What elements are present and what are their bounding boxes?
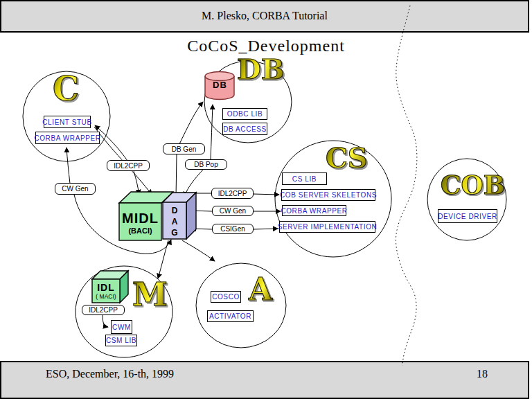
dag-letter-g: G [171,227,177,238]
tool-idl2cpp-right: IDL2CPP [211,188,254,199]
box-client-stub: CLIENT STUB [44,116,91,128]
dag-letter-d: D [172,205,178,216]
cluster-letter-a: A [249,274,272,305]
arrow-dag-to-activator-circle [182,240,215,261]
midl-title: MIDL [122,211,159,227]
arrow-dag-to-maci-circle [158,240,168,278]
cluster-letter-db: DB [237,55,285,83]
box-server-implementation: SERVER IMPLEMENTATION [279,221,375,233]
box-cwm: CWM [111,320,132,334]
midl-box-label: MIDL (BACI) [119,206,161,239]
wavy-divider-line [396,6,417,366]
box-cob-server-skeletons: COB SERVER SKELETONS [281,189,375,201]
box-corba-wrapper-client: CORBA WRAPPER [35,132,100,144]
arrow-idl2cpp-to-cwm [103,315,108,327]
tool-cw-gen-right: CW Gen [212,206,254,216]
db-cylinder-label: DB [207,79,233,90]
arrow-dbgen-to-dag [176,154,177,197]
tool-csi-gen: CSIGen [212,224,254,234]
cluster-letter-cs: CS [326,144,368,172]
circle-activator [196,263,286,348]
arrow-cwgen-to-corba-wrapper [66,148,70,184]
cluster-letter-m: M [132,278,168,310]
arrow-dbpop-to-db [211,105,213,160]
box-cs-lib: CS LIB [282,172,327,185]
tool-cw-gen-left: CW Gen [55,183,96,195]
arrow-idl2cpp-to-midl [134,171,139,195]
box-device-driver: DEVICE DRIVER [438,209,497,223]
arrow-idl2cpp-to-client-stub [95,125,127,161]
box-csm-lib: CSM LIB [105,335,137,346]
cluster-letter-c: C [53,72,79,105]
arrow-dbgen-to-db [179,102,203,144]
dag-letter-a: A [172,216,178,227]
box-db-access: DB ACCESS [222,123,267,135]
box-activator: ACTIVATOR [207,310,254,322]
cluster-letter-cob: COB [441,172,505,198]
tool-db-pop: DB Pop [185,159,227,170]
tool-db-gen: DB Gen [163,143,205,154]
midl-subtitle: (BACI) [128,227,152,235]
box-cosco: COSCO [211,291,241,303]
db-cylinder-text: DB [213,80,227,90]
idl-title: IDL [97,282,115,293]
tool-idl2cpp-maci: IDL2CPP [82,305,125,315]
idl-maci-box-label: IDL ( MACI) [92,280,120,302]
idl-subtitle: ( MACI) [96,293,116,300]
dag-box-label: D A G [163,204,186,239]
tool-idl2cpp-left: IDL2CPP [107,160,150,171]
box-corba-wrapper-cs: CORBA WRAPPER [282,205,346,216]
box-odbc-lib: ODBC LIB [222,108,267,120]
arrow-csigen-to-server-impl [253,229,278,229]
